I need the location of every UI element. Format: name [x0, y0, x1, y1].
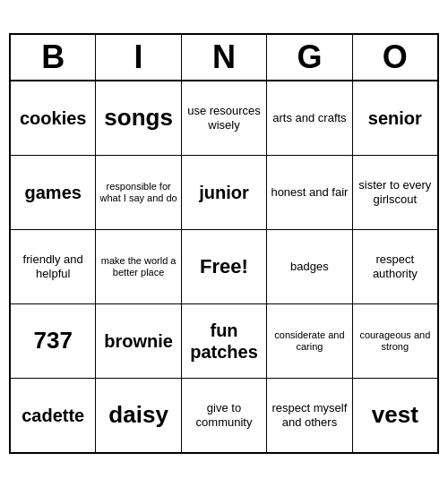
cell-2-3: badges: [267, 230, 352, 303]
row-1: gamesresponsible for what I say and doju…: [11, 156, 437, 230]
header-letter-o: O: [353, 35, 437, 80]
bingo-grid: cookiessongsuse resources wiselyarts and…: [11, 81, 437, 452]
cell-0-0: cookies: [11, 81, 96, 155]
header-letter-i: I: [96, 35, 181, 80]
cell-4-3: respect myself and others: [267, 379, 352, 452]
cell-3-3: considerate and caring: [267, 304, 352, 378]
cell-3-2: fun patches: [182, 304, 267, 378]
cell-2-1: make the world a better place: [96, 230, 181, 303]
cell-0-4: senior: [353, 81, 437, 155]
cell-2-2: Free!: [182, 230, 267, 303]
cell-4-2: give to community: [182, 379, 267, 452]
bingo-card: BINGO cookiessongsuse resources wiselyar…: [9, 33, 439, 454]
cell-1-4: sister to every girlscout: [353, 156, 437, 229]
cell-0-3: arts and crafts: [267, 81, 352, 155]
cell-1-3: honest and fair: [267, 156, 352, 229]
row-4: cadettedaisygive to communityrespect mys…: [11, 379, 437, 452]
cell-2-0: friendly and helpful: [11, 230, 96, 303]
cell-1-2: junior: [182, 156, 267, 229]
header-letter-b: B: [11, 35, 96, 80]
cell-1-1: responsible for what I say and do: [96, 156, 181, 229]
cell-4-4: vest: [353, 379, 437, 452]
row-2: friendly and helpfulmake the world a bet…: [11, 230, 437, 304]
cell-2-4: respect authority: [353, 230, 437, 303]
row-0: cookiessongsuse resources wiselyarts and…: [11, 81, 437, 156]
cell-3-1: brownie: [96, 304, 181, 378]
cell-1-0: games: [11, 156, 96, 229]
cell-3-0: 737: [11, 304, 96, 378]
header-letter-g: G: [267, 35, 352, 80]
header-letter-n: N: [182, 35, 267, 80]
cell-3-4: courageous and strong: [353, 304, 437, 378]
cell-4-0: cadette: [11, 379, 96, 452]
cell-4-1: daisy: [96, 379, 181, 452]
row-3: 737browniefun patchesconsiderate and car…: [11, 304, 437, 379]
cell-0-2: use resources wisely: [182, 81, 267, 155]
cell-0-1: songs: [96, 81, 181, 155]
bingo-header: BINGO: [11, 35, 437, 81]
